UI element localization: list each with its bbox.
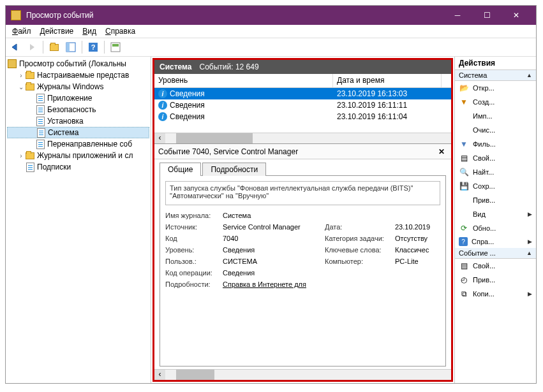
actions-pane: Действия Система▲ 📂Откр... ▼Созд... Имп.…	[454, 57, 536, 383]
menu-action[interactable]: Действие	[36, 25, 78, 37]
action-refresh[interactable]: ⟳Обно...	[455, 221, 536, 235]
forward-button[interactable]	[25, 40, 39, 54]
tree-app-services[interactable]: ›Журналы приложений и сл	[7, 150, 149, 161]
event-description: Тип запуска службы "Фоновая интеллектуал…	[165, 181, 440, 205]
tree-custom-views[interactable]: ›Настраиваемые представ	[7, 69, 149, 81]
grid-hscroll[interactable]: ‹	[154, 133, 451, 143]
log-name: Система	[160, 62, 192, 71]
online-help-link[interactable]: Справка в Интернете для	[223, 280, 446, 288]
event-tabs: Общие Подробности	[154, 159, 451, 175]
actions-section-event[interactable]: Событие ...▲	[455, 248, 536, 259]
action-create[interactable]: ▼Созд...	[455, 95, 536, 109]
menu-help[interactable]: Справка	[101, 25, 139, 37]
col-level[interactable]: Уровень	[154, 74, 333, 87]
action-event-attach[interactable]: ◴Прив...	[455, 273, 536, 287]
toolbar: ?	[6, 38, 536, 57]
action-copy[interactable]: ⧉Копи...▶	[455, 287, 536, 301]
grid-body[interactable]: iСведения23.10.2019 16:13:03iСведения23.…	[154, 88, 451, 133]
tab-general[interactable]: Общие	[160, 163, 201, 176]
action-clear[interactable]: Очис...	[455, 123, 536, 137]
event-properties: Имя журнала:Система Источник:Service Con…	[165, 212, 440, 288]
action-view[interactable]: Вид▶	[455, 207, 536, 221]
action-filter[interactable]: ▼Филь...	[455, 137, 536, 151]
svg-text:?: ?	[91, 43, 96, 51]
app-icon	[11, 10, 21, 20]
tb-icon-4[interactable]	[108, 40, 123, 54]
action-find[interactable]: 🔍Найт...	[455, 165, 536, 179]
svg-rect-1	[66, 43, 70, 52]
tree-security[interactable]: Безопасность	[7, 104, 149, 115]
close-button[interactable]: ✕	[502, 6, 531, 25]
action-import[interactable]: Имп...	[455, 109, 536, 123]
action-attach[interactable]: Прив...	[455, 193, 536, 207]
tree-application[interactable]: Приложение	[7, 92, 149, 104]
minimize-button[interactable]: ─	[443, 6, 472, 25]
event-general-body: Тип запуска службы "Фоновая интеллектуал…	[160, 175, 446, 367]
event-viewer-window: Просмотр событий ─ ☐ ✕ Файл Действие Вид…	[5, 5, 537, 384]
maximize-button[interactable]: ☐	[472, 6, 502, 25]
info-icon: i	[158, 101, 167, 110]
tab-details[interactable]: Подробности	[202, 163, 266, 176]
tb-icon-1[interactable]	[47, 40, 61, 54]
nav-tree[interactable]: Просмотр событий (Локальны ›Настраиваемы…	[6, 57, 151, 383]
event-detail-close[interactable]: ✕	[436, 147, 447, 156]
col-datetime[interactable]: Дата и время	[333, 74, 442, 87]
grid-row[interactable]: iСведения23.10.2019 16:13:03	[154, 88, 451, 99]
tree-setup[interactable]: Установка	[7, 115, 149, 127]
menu-view[interactable]: Вид	[78, 25, 100, 37]
event-count: Событий: 12 649	[200, 62, 259, 71]
event-detail-panel: Событие 7040, Service Control Manager ✕ …	[154, 144, 451, 380]
action-open[interactable]: 📂Откр...	[455, 81, 536, 95]
tb-icon-2[interactable]	[64, 40, 78, 54]
tree-forwarded[interactable]: Перенаправленные соб	[7, 138, 149, 150]
menu-file[interactable]: Файл	[8, 25, 35, 37]
event-grid: Уровень Дата и время iСведения23.10.2019…	[154, 74, 451, 144]
action-props[interactable]: ▤Свой...	[455, 151, 536, 165]
grid-header: Уровень Дата и время	[154, 74, 451, 88]
menubar: Файл Действие Вид Справка	[6, 25, 536, 38]
window-title: Просмотр событий	[26, 11, 443, 20]
tb-help-icon[interactable]: ?	[86, 40, 100, 54]
info-icon: i	[158, 89, 167, 98]
log-header: Система Событий: 12 649	[154, 60, 451, 74]
action-help[interactable]: ?Спра...▶	[455, 235, 536, 248]
titlebar: Просмотр событий ─ ☐ ✕	[6, 6, 536, 25]
tree-root[interactable]: Просмотр событий (Локальны	[7, 58, 149, 69]
actions-section-system[interactable]: Система▲	[455, 70, 536, 81]
event-hscroll[interactable]: ‹	[154, 369, 451, 380]
svg-rect-5	[112, 44, 119, 47]
info-icon: i	[158, 112, 167, 121]
actions-title: Действия	[455, 57, 536, 70]
action-event-props[interactable]: ▤Свой...	[455, 259, 536, 273]
grid-row[interactable]: iСведения23.10.2019 16:11:04	[154, 111, 451, 122]
action-save[interactable]: 💾Сохр...	[455, 179, 536, 193]
back-button[interactable]	[8, 40, 22, 54]
tree-subscriptions[interactable]: Подписки	[7, 161, 149, 173]
center-panel: Система Событий: 12 649 Уровень Дата и в…	[152, 58, 453, 382]
tree-windows-logs[interactable]: ⌄Журналы Windows	[7, 81, 149, 92]
event-detail-title: Событие 7040, Service Control Manager ✕	[154, 144, 451, 159]
tree-system[interactable]: Система	[7, 127, 149, 138]
grid-row[interactable]: iСведения23.10.2019 16:11:11	[154, 99, 451, 111]
